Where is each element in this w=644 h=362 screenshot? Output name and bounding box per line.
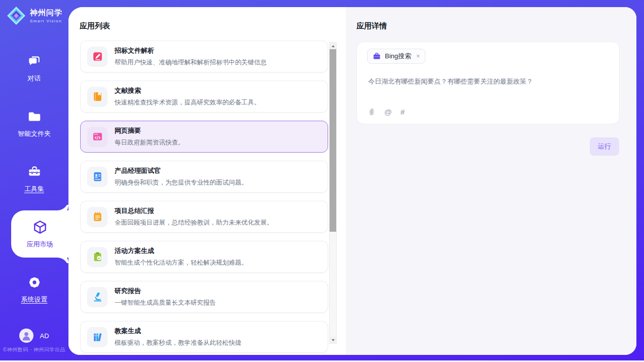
gear-icon [27,275,42,290]
books-icon [92,331,103,343]
app-list-title: 应用列表 [80,21,110,31]
app-card-lesson-plan[interactable]: 教案生成 模板驱动，教案秒成，教学准备从此轻松快捷 [80,321,328,353]
prompt-card[interactable]: Bing搜索 × 今日湖北有哪些新闻要点？有哪些需要关注的最新政策？ @ # [356,42,620,124]
attachment-toolbar: @ # [367,107,405,116]
browser-code-icon [92,131,103,142]
app-card-project-summary[interactable]: 项目总结汇报 全面回顾项目进展，总结经验教训，助力未来优化发展。 [80,201,328,233]
folder-icon [27,109,42,124]
sidebar-item-toolset[interactable]: 工具集 [0,155,68,202]
app-icon-box [87,327,108,347]
briefcase-icon [373,52,381,60]
book-icon [92,91,103,102]
chat-icon [27,54,42,69]
app-name: 网页摘要 [115,126,185,135]
app-desc: 全面回顾项目进展，总结经验教训，助力未来优化发展。 [115,219,273,227]
app-name: 教案生成 [115,327,241,336]
app-detail-panel: 应用详情 Bing搜索 × 今日湖北有哪些新闻要点？有哪些需要关注的最新政策？ [346,7,636,355]
resume-icon [92,171,103,183]
app-frame: 神州问学 Smart Vision 对话 智能文件夹 [0,0,644,360]
app-desc: 快速精准查找学术资源，提高研究效率的必备工具。 [115,98,261,107]
app-name: 研究报告 [115,286,216,296]
sidebar-nav: 对话 智能文件夹 [0,45,68,321]
app-desc: 明确身份和职责，为您提供专业性的面试问题。 [115,178,248,187]
app-card-literature-search[interactable]: 文献搜索 快速精准查找学术资源，提高研究效率的必备工具。 [80,81,328,113]
app-card-pm-interviewer[interactable]: 产品经理面试官 明确身份和职责，为您提供专业性的面试问题。 [80,161,328,193]
sidebar: 神州问学 Smart Vision 对话 智能文件夹 [0,0,68,360]
scrollbar-up-arrow-icon[interactable] [330,43,336,49]
brand-logo: 神州问学 Smart Vision [7,6,62,25]
sidebar-item-settings[interactable]: 系统设置 [0,266,68,313]
topic-icon[interactable]: # [401,107,405,116]
sidebar-item-label: 系统设置 [21,295,48,304]
app-icon-box [87,47,108,67]
app-desc: 模板驱动，教案秒成，教学准备从此轻松快捷 [115,339,241,347]
app-desc: 智能生成个性化活动方案，轻松解决规划难题。 [115,259,248,267]
diamond-logo-icon [7,6,26,25]
sidebar-footer-credit: ©神州数码 · 神州问学出品 [0,346,68,353]
scrollbar-down-arrow-icon[interactable] [330,337,336,343]
mention-icon[interactable]: @ [384,107,392,116]
notepad-icon [92,211,103,223]
sidebar-item-label: 智能文件夹 [18,129,51,138]
app-name: 文献搜索 [115,86,261,95]
app-name: 产品经理面试官 [115,166,248,175]
app-list-panel: 应用列表 招标文件解析 帮助用户快速、准确地理解和解析招标书中的关键信息 [68,7,346,355]
cube-icon [32,220,48,235]
clipboard-check-icon [92,251,103,263]
app-icon-box [87,247,108,267]
chip-close-icon[interactable]: × [415,53,420,60]
app-name: 项目总结汇报 [115,206,273,215]
sidebar-item-smart-folders[interactable]: 智能文件夹 [0,100,68,147]
app-name: 招标文件解析 [115,46,267,55]
list-scrollbar[interactable] [329,42,337,344]
app-icon-box [87,87,108,107]
app-detail-title: 应用详情 [356,21,387,31]
app-desc: 每日政府新闻资讯快查。 [115,138,185,147]
tool-chip-label: Bing搜索 [385,52,411,61]
app-desc: 一键智能生成高质量长文本研究报告 [115,299,216,307]
sidebar-item-label: 应用市场 [27,240,53,249]
toolbox-icon [27,164,42,179]
app-desc: 帮助用户快速、准确地理解和解析招标书中的关键信息 [115,58,267,67]
sidebar-item-label: 对话 [28,74,41,83]
app-card-tender-parse[interactable]: 招标文件解析 帮助用户快速、准确地理解和解析招标书中的关键信息 [80,41,328,73]
sidebar-item-chat[interactable]: 对话 [0,45,68,92]
app-icon-box [87,287,108,307]
sidebar-item-label: 工具集 [24,185,44,194]
app-card-web-summary[interactable]: 网页摘要 每日政府新闻资讯快查。 [80,121,328,153]
app-icon-box [87,207,108,227]
user-account[interactable]: AD [0,329,68,343]
app-card-event-plan[interactable]: 活动方案生成 智能生成个性化活动方案，轻松解决规划难题。 [80,241,328,273]
person-avatar-icon [19,329,33,343]
document-edit-icon [92,51,103,62]
user-initials: AD [40,332,49,340]
app-name: 活动方案生成 [115,246,248,256]
app-icon-box [87,127,108,147]
app-card-research-report[interactable]: 研究报告 一键智能生成高质量长文本研究报告 [80,281,328,313]
tool-chip-bing-search[interactable]: Bing搜索 × [367,49,425,64]
paperclip-icon[interactable] [367,107,376,116]
microscope-icon [92,291,103,303]
prompt-text[interactable]: 今日湖北有哪些新闻要点？有哪些需要关注的最新政策？ [368,77,606,86]
run-button[interactable]: 运行 [590,137,619,156]
brand-name: 神州问学 [30,8,62,18]
content-area: 应用列表 招标文件解析 帮助用户快速、准确地理解和解析招标书中的关键信息 [68,7,636,355]
app-list: 招标文件解析 帮助用户快速、准确地理解和解析招标书中的关键信息 文献搜索 [80,41,337,355]
app-icon-box [87,167,108,187]
sidebar-item-app-market[interactable]: 应用市场 [11,210,68,258]
scrollbar-thumb[interactable] [330,49,336,232]
brand-subtitle: Smart Vision [30,19,62,23]
